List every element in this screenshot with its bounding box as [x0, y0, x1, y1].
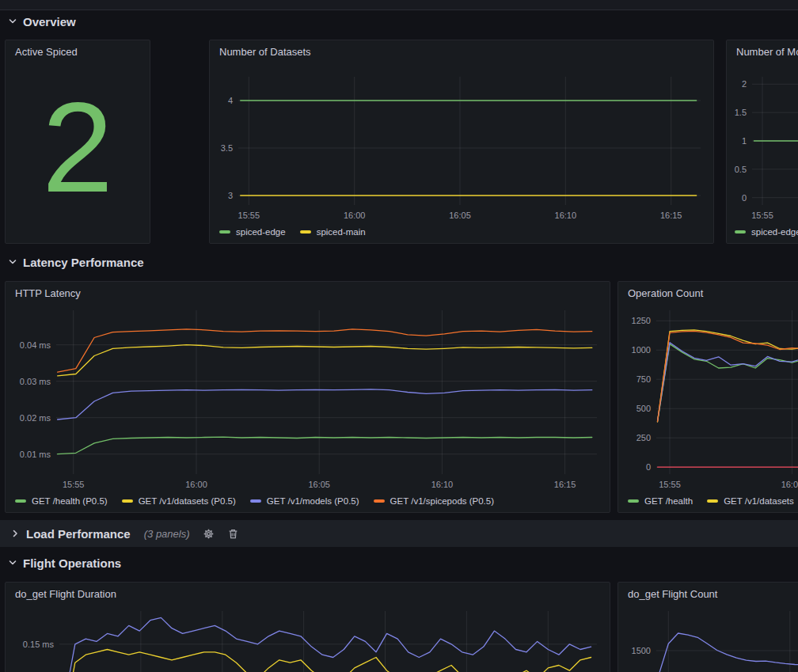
panel-number-of-datasets: Number of Datasets 43.5315:5516:0016:051… [209, 40, 714, 244]
svg-text:15:55: 15:55 [238, 211, 260, 220]
svg-text:750: 750 [636, 374, 651, 384]
svg-text:0.15 ms: 0.15 ms [23, 640, 55, 649]
section-load-label: Load Performance [26, 527, 131, 541]
svg-text:16:15: 16:15 [660, 211, 682, 220]
top-divider-bar [0, 0, 798, 10]
panel-flight-count: do_get Flight Count 1500 [618, 582, 798, 672]
stat-value: 2 [6, 63, 150, 243]
svg-text:0.03 ms: 0.03 ms [20, 377, 51, 386]
legend-item[interactable]: GET /health [628, 496, 693, 506]
models-chart[interactable]: 21.510.5015:5516:00spiced-edge [732, 63, 798, 241]
svg-text:0.04 ms: 0.04 ms [20, 340, 51, 350]
panel-title-active-spiced[interactable]: Active Spiced [6, 40, 150, 63]
panel-operation-count: Operation Count 12501000750500250015:551… [618, 281, 798, 513]
row-settings-button[interactable] [203, 528, 215, 540]
chevron-right-icon [10, 529, 20, 538]
svg-text:16:05: 16:05 [308, 480, 330, 489]
svg-text:250: 250 [636, 433, 651, 442]
section-latency-performance[interactable]: Latency Performance [8, 253, 144, 271]
legend-item[interactable]: GET /v1/models (P0.5) [250, 496, 359, 506]
svg-text:500: 500 [636, 404, 651, 413]
section-load-performance[interactable]: Load Performance (3 panels) [0, 520, 798, 547]
chevron-down-icon [8, 558, 17, 568]
panel-title-flight-count[interactable]: do_get Flight Count [618, 583, 798, 605]
svg-text:0: 0 [646, 462, 651, 472]
panel-title-operation-count[interactable]: Operation Count [618, 282, 798, 304]
legend-item[interactable]: GET /v1/datasets [707, 496, 794, 506]
flight-duration-chart[interactable]: 0.15 ms [12, 605, 603, 672]
chevron-down-icon [8, 257, 17, 267]
operation-count-chart[interactable]: 12501000750500250015:5516:00GET /healthG… [625, 304, 798, 511]
legend-item[interactable]: GET /v1/datasets (P0.5) [122, 496, 236, 506]
section-latency-label: Latency Performance [23, 256, 144, 269]
svg-text:0: 0 [742, 193, 747, 203]
svg-text:15:55: 15:55 [659, 480, 681, 489]
svg-text:16:00: 16:00 [344, 211, 366, 220]
http-latency-chart[interactable]: 0.04 ms0.03 ms0.02 ms0.01 ms15:5516:0016… [12, 304, 603, 511]
panel-title-models[interactable]: Number of Models [727, 40, 798, 63]
section-flight-operations[interactable]: Flight Operations [8, 554, 121, 571]
panel-title-datasets[interactable]: Number of Datasets [210, 40, 713, 63]
panel-active-spiced: Active Spiced 2 [5, 40, 150, 244]
panel-number-of-models: Number of Models 21.510.5015:5516:00spic… [726, 40, 798, 244]
svg-text:16:00: 16:00 [781, 480, 798, 489]
chevron-down-icon [8, 17, 17, 26]
svg-text:0.02 ms: 0.02 ms [20, 413, 51, 423]
panels-count-badge: (3 panels) [144, 528, 190, 540]
gear-icon [203, 528, 215, 540]
datasets-chart[interactable]: 43.5315:5516:0016:0516:1016:15spiced-edg… [216, 63, 707, 241]
chart-legend: GET /health (P0.5)GET /v1/datasets (P0.5… [12, 495, 603, 511]
panel-flight-duration: do_get Flight Duration 0.15 ms [5, 582, 610, 672]
chart-legend: spiced-edgespiced-main [216, 226, 707, 241]
svg-text:3: 3 [228, 191, 233, 200]
svg-text:1500: 1500 [632, 646, 651, 655]
svg-text:16:00: 16:00 [185, 480, 207, 489]
panel-title-http-latency[interactable]: HTTP Latency [6, 282, 610, 304]
svg-text:0.5: 0.5 [735, 165, 747, 174]
svg-text:15:55: 15:55 [63, 480, 85, 489]
legend-item[interactable]: GET /health (P0.5) [15, 496, 108, 506]
flight-count-chart[interactable]: 1500 [625, 605, 798, 672]
section-flight-label: Flight Operations [23, 556, 121, 570]
panel-title-flight-duration[interactable]: do_get Flight Duration [6, 583, 610, 605]
svg-text:0.01 ms: 0.01 ms [20, 450, 51, 459]
legend-item[interactable]: spiced-edge [219, 227, 286, 237]
row-delete-button[interactable] [227, 528, 239, 540]
svg-text:1250: 1250 [632, 316, 651, 325]
svg-text:1000: 1000 [632, 345, 651, 355]
svg-text:4: 4 [228, 96, 233, 105]
trash-icon [227, 528, 239, 540]
panel-http-latency: HTTP Latency 0.04 ms0.03 ms0.02 ms0.01 m… [5, 281, 610, 513]
svg-text:15:55: 15:55 [751, 211, 773, 220]
svg-text:2: 2 [742, 79, 747, 89]
svg-text:1: 1 [742, 136, 747, 146]
legend-item[interactable]: GET /v1/spicepods (P0.5) [374, 496, 494, 506]
svg-text:16:10: 16:10 [431, 480, 454, 489]
svg-text:3.5: 3.5 [221, 143, 233, 153]
svg-text:1.5: 1.5 [735, 108, 747, 117]
legend-item[interactable]: spiced-edge [735, 227, 798, 237]
chart-legend: GET /healthGET /v1/datasetsGET /v1/model… [625, 495, 798, 511]
section-overview-label: Overview [23, 15, 76, 28]
svg-text:16:10: 16:10 [555, 211, 577, 220]
chart-legend: spiced-edge [732, 226, 798, 241]
section-overview[interactable]: Overview [8, 13, 76, 30]
svg-text:16:05: 16:05 [449, 211, 471, 220]
legend-item[interactable]: spiced-main [300, 227, 366, 237]
svg-text:16:15: 16:15 [554, 480, 576, 489]
